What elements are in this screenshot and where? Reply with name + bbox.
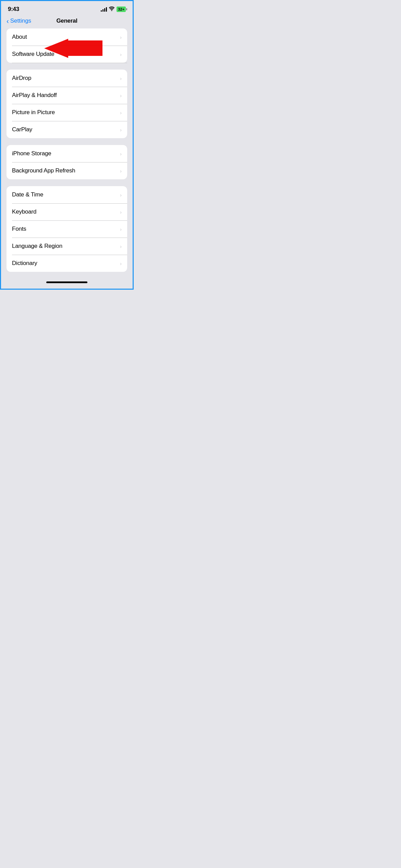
software-update-label: Software Update (12, 51, 54, 58)
settings-row-picture-in-picture[interactable]: Picture in Picture › (7, 104, 127, 121)
language-region-chevron-icon: › (120, 243, 122, 249)
settings-row-carplay[interactable]: CarPlay › (7, 121, 127, 138)
settings-row-software-update[interactable]: Software Update › (7, 46, 127, 63)
keyboard-label: Keyboard (12, 208, 36, 215)
keyboard-chevron-icon: › (120, 209, 122, 215)
settings-row-airplay-handoff[interactable]: AirPlay & Handoff › (7, 87, 127, 104)
page-title: General (56, 17, 77, 24)
settings-row-language-region[interactable]: Language & Region › (7, 238, 127, 255)
iphone-storage-chevron-icon: › (120, 151, 122, 157)
back-button[interactable]: ‹ Settings (7, 17, 31, 24)
wifi-icon (109, 7, 114, 12)
carplay-label: CarPlay (12, 126, 32, 133)
iphone-storage-label: iPhone Storage (12, 150, 51, 157)
settings-row-airdrop[interactable]: AirDrop › (7, 70, 127, 87)
carplay-chevron-icon: › (120, 127, 122, 133)
status-bar: 9:43 32+ (1, 1, 133, 15)
software-update-chevron-icon: › (120, 51, 122, 57)
background-app-refresh-chevron-icon: › (120, 168, 122, 174)
dictionary-chevron-icon: › (120, 261, 122, 266)
settings-group-4: Date & Time › Keyboard › Fonts › Languag… (7, 186, 127, 272)
airplay-handoff-label: AirPlay & Handoff (12, 92, 57, 99)
back-chevron-icon: ‹ (7, 17, 9, 24)
home-bar (46, 281, 87, 283)
airdrop-label: AirDrop (12, 75, 31, 82)
background-app-refresh-label: Background App Refresh (12, 167, 75, 174)
airdrop-chevron-icon: › (120, 75, 122, 81)
settings-row-date-time[interactable]: Date & Time › (7, 186, 127, 203)
home-indicator (1, 279, 133, 289)
settings-row-iphone-storage[interactable]: iPhone Storage › (7, 145, 127, 162)
picture-in-picture-chevron-icon: › (120, 110, 122, 116)
settings-row-dictionary[interactable]: Dictionary › (7, 255, 127, 272)
settings-group-1: About › Software Update › (7, 28, 127, 63)
signal-icon (101, 7, 107, 12)
status-icons: 32+ (101, 7, 126, 12)
picture-in-picture-label: Picture in Picture (12, 109, 55, 116)
dictionary-label: Dictionary (12, 260, 37, 267)
settings-row-keyboard[interactable]: Keyboard › (7, 203, 127, 220)
settings-content: About › Software Update › (1, 28, 133, 272)
settings-group-2: AirDrop › AirPlay & Handoff › Picture in… (7, 70, 127, 138)
status-time: 9:43 (8, 6, 19, 13)
about-label: About (12, 34, 27, 40)
date-time-chevron-icon: › (120, 192, 122, 198)
language-region-label: Language & Region (12, 243, 62, 250)
fonts-chevron-icon: › (120, 226, 122, 232)
settings-row-fonts[interactable]: Fonts › (7, 220, 127, 238)
battery-icon: 32+ (117, 7, 126, 12)
about-chevron-icon: › (120, 34, 122, 40)
settings-row-background-app-refresh[interactable]: Background App Refresh › (7, 162, 127, 179)
settings-row-about[interactable]: About › (7, 28, 127, 46)
fonts-label: Fonts (12, 226, 26, 232)
navigation-bar: ‹ Settings General (1, 15, 133, 28)
back-label: Settings (10, 17, 31, 24)
airplay-handoff-chevron-icon: › (120, 93, 122, 98)
date-time-label: Date & Time (12, 191, 43, 198)
settings-group-3: iPhone Storage › Background App Refresh … (7, 145, 127, 179)
